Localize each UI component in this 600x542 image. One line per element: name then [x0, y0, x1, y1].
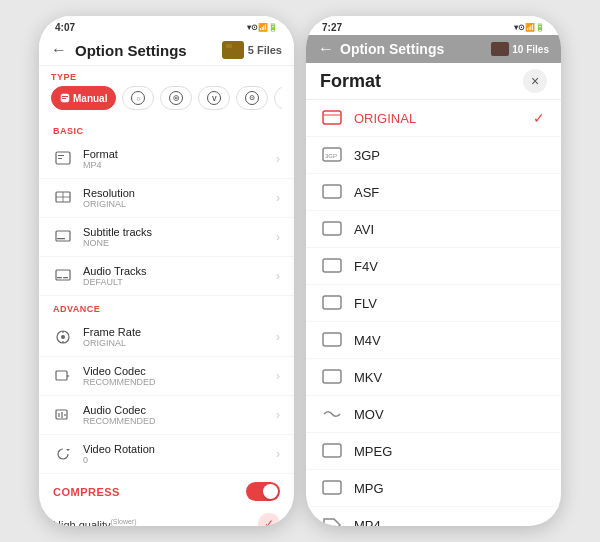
svg-rect-13 [56, 270, 70, 280]
format-name-f4v: F4V [354, 259, 545, 274]
settings-content-left: BASIC Format MP4 › Resolution ORIGINAL [39, 118, 294, 526]
format-icon-original [322, 110, 342, 126]
svg-rect-12 [57, 238, 65, 239]
compress-toggle[interactable] [246, 482, 280, 501]
frame-rate-icon [53, 327, 73, 347]
audio-tracks-item[interactable]: Audio Tracks DEFAULT › [39, 257, 294, 296]
svg-rect-1 [226, 44, 232, 48]
compress-label: COMPRESS [53, 486, 246, 498]
format-icon-mpeg [322, 443, 342, 459]
svg-text:3GP: 3GP [325, 153, 337, 159]
format-icon-avi [322, 221, 342, 237]
advance-section-title: ADVANCE [39, 296, 294, 318]
frame-rate-item[interactable]: Frame Rate ORIGINAL › [39, 318, 294, 357]
video-rotation-item[interactable]: Video Rotation 0 › [39, 435, 294, 474]
format-option-mpg[interactable]: MPG [306, 470, 561, 507]
subtitle-item[interactable]: Subtitle tracks NONE › [39, 218, 294, 257]
type-btn-4[interactable]: V [198, 86, 230, 110]
type-btn-3[interactable]: ◎ [160, 86, 192, 110]
video-codec-item[interactable]: Video Codec RECOMMENDED › [39, 357, 294, 396]
svg-rect-32 [323, 222, 341, 235]
format-icon [53, 149, 73, 169]
type-btn-6[interactable]: ⬡ [274, 86, 282, 110]
format-name-mkv: MKV [354, 370, 545, 385]
format-icon-mov [322, 406, 342, 422]
type-btn-2[interactable]: ○ [122, 86, 154, 110]
format-option-mpeg[interactable]: MPEG [306, 433, 561, 470]
svg-rect-14 [57, 277, 62, 278]
svg-rect-20 [56, 371, 67, 380]
type-label: TYPE [51, 72, 282, 82]
audio-tracks-icon [53, 266, 73, 286]
close-button[interactable]: × [523, 69, 547, 93]
page-title-right: Option Settings [340, 41, 491, 57]
svg-rect-37 [323, 444, 341, 457]
file-count-right: 10 Files [512, 44, 549, 55]
status-bar-left: 4:07 ▾⊙📶🔋 [39, 16, 294, 35]
type-btn-manual[interactable]: Manual [51, 86, 116, 110]
audio-codec-item[interactable]: Audio Codec RECOMMENDED › [39, 396, 294, 435]
format-name-flv: FLV [354, 296, 545, 311]
format-icon-m4v [322, 332, 342, 348]
svg-rect-4 [62, 98, 66, 99]
status-icons-right: ▾⊙📶🔋 [514, 23, 545, 32]
format-name-mp4: MP4 [354, 518, 545, 527]
format-option-asf[interactable]: ASF [306, 174, 561, 211]
time-right: 7:27 [322, 22, 342, 33]
page-title-left: Option Settings [75, 42, 222, 59]
video-rotation-text: Video Rotation 0 [83, 443, 276, 465]
format-option-mkv[interactable]: MKV [306, 359, 561, 396]
resolution-chevron: › [276, 191, 280, 205]
format-icon-mkv [322, 369, 342, 385]
audio-codec-text: Audio Codec RECOMMENDED [83, 404, 276, 426]
subtitle-chevron: › [276, 230, 280, 244]
quality-check[interactable]: ✓ [258, 513, 280, 526]
left-phone: 4:07 ▾⊙📶🔋 ← Option Settings 5 Files TY [39, 16, 294, 526]
svg-marker-26 [66, 449, 70, 451]
format-option-f4v[interactable]: F4V [306, 248, 561, 285]
format-option-3gp[interactable]: 3GP 3GP [306, 137, 561, 174]
file-badge-right: 10 Files [491, 42, 549, 56]
frame-rate-chevron: › [276, 330, 280, 344]
format-icon-3gp: 3GP [322, 147, 342, 163]
format-option-mp4[interactable]: MP4 [306, 507, 561, 526]
type-section: TYPE Manual ○ ◎ V ⊙ ⬡ [39, 66, 294, 118]
svg-rect-7 [58, 158, 62, 159]
video-rotation-chevron: › [276, 447, 280, 461]
video-codec-text: Video Codec RECOMMENDED [83, 365, 276, 387]
right-phone: 7:27 ▾⊙📶🔋 ← Option Settings 10 Files For… [306, 16, 561, 526]
type-row: Manual ○ ◎ V ⊙ ⬡ ♡ [51, 86, 282, 114]
format-item[interactable]: Format MP4 › [39, 140, 294, 179]
basic-section-title: BASIC [39, 118, 294, 140]
resolution-item[interactable]: Resolution ORIGINAL › [39, 179, 294, 218]
format-icon-asf [322, 184, 342, 200]
compress-row: COMPRESS [39, 474, 294, 509]
svg-rect-3 [62, 96, 68, 97]
video-codec-chevron: › [276, 369, 280, 383]
format-option-original[interactable]: ORIGINAL ✓ [306, 100, 561, 137]
format-icon-mpg [322, 480, 342, 496]
format-option-avi[interactable]: AVI [306, 211, 561, 248]
format-option-flv[interactable]: FLV [306, 285, 561, 322]
back-button-left[interactable]: ← [51, 41, 67, 59]
resolution-icon [53, 188, 73, 208]
type-btn-5[interactable]: ⊙ [236, 86, 268, 110]
quality-row: High quality(Slower) ✓ [39, 509, 294, 526]
format-option-mov[interactable]: MOV [306, 396, 561, 433]
format-option-m4v[interactable]: M4V [306, 322, 561, 359]
format-name-original: ORIGINAL [354, 111, 533, 126]
format-icon-mp4 [322, 517, 342, 526]
format-check-original: ✓ [533, 110, 545, 126]
resolution-text: Resolution ORIGINAL [83, 187, 276, 209]
frame-rate-text: Frame Rate ORIGINAL [83, 326, 276, 348]
subtitle-text: Subtitle tracks NONE [83, 226, 276, 248]
type-btn-manual-label: Manual [73, 93, 107, 104]
svg-point-17 [61, 335, 65, 339]
subtitle-icon [53, 227, 73, 247]
svg-rect-38 [323, 481, 341, 494]
back-button-right[interactable]: ← [318, 40, 334, 58]
format-name-mpeg: MPEG [354, 444, 545, 459]
format-header: Format × [306, 63, 561, 100]
svg-rect-33 [323, 259, 341, 272]
format-name-mov: MOV [354, 407, 545, 422]
